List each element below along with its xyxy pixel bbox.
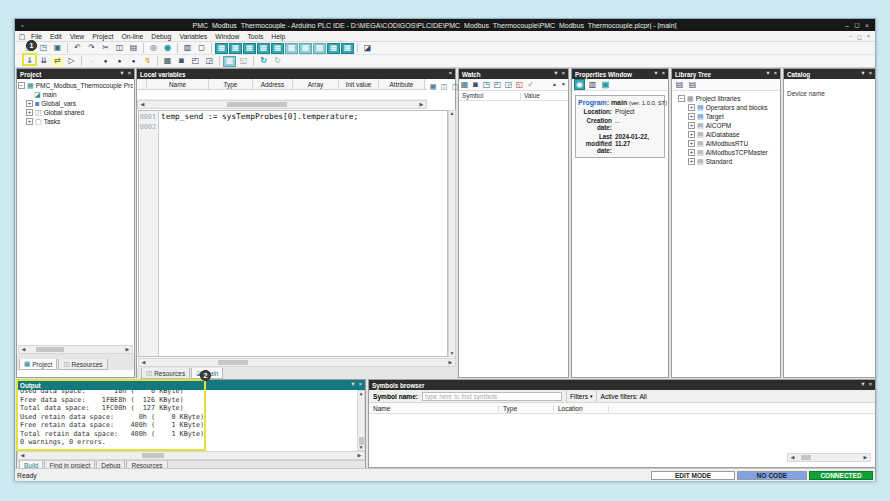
- close-icon[interactable]: ×: [869, 71, 872, 77]
- menu-project[interactable]: Project: [88, 33, 117, 40]
- close-icon[interactable]: ×: [774, 71, 777, 77]
- menu-file[interactable]: File: [27, 33, 46, 40]
- menu-help[interactable]: Help: [267, 33, 289, 40]
- tab-resources[interactable]: ◫ Resources: [58, 359, 107, 370]
- redo-icon[interactable]: ↷: [85, 43, 98, 54]
- scroll-thumb[interactable]: [142, 453, 164, 458]
- scroll-left-icon[interactable]: ◀: [138, 102, 147, 107]
- scroll-right-icon[interactable]: ▶: [446, 360, 455, 365]
- col-address[interactable]: Address: [253, 79, 293, 89]
- print-properties-icon[interactable]: ▥: [587, 79, 598, 90]
- full-screen-icon[interactable]: ◪: [361, 43, 374, 54]
- add-watch-icon[interactable]: ▦: [161, 56, 174, 67]
- add-symbol-icon[interactable]: ◙: [470, 79, 481, 90]
- editor-vscrollbar[interactable]: ▲ ▼: [448, 110, 456, 357]
- toggle-library-window-icon[interactable]: ▦: [229, 43, 242, 54]
- tree-item-root[interactable]: − ▦ PMC_Modbus_Thermocouple Project: [18, 81, 133, 90]
- variables-empty-row[interactable]: [137, 90, 427, 100]
- toggle-output-window-icon[interactable]: ▦: [257, 43, 270, 54]
- trigger-window-icon[interactable]: ◲: [203, 56, 216, 67]
- insert-record-icon[interactable]: ◙: [175, 56, 188, 67]
- scroll-down-icon[interactable]: ▼: [448, 351, 457, 356]
- compile-icon[interactable]: ⇓: [23, 56, 36, 67]
- save-watchlist-icon[interactable]: ◰: [492, 79, 503, 90]
- sort-view-icon[interactable]: ◫: [439, 81, 449, 92]
- expand-icon[interactable]: +: [26, 100, 33, 107]
- print-icon[interactable]: ▥: [181, 43, 194, 54]
- close-icon[interactable]: ×: [449, 71, 452, 77]
- tree-item-aidatabase[interactable]: + ▤ AIDatabase: [674, 130, 778, 139]
- run-icon[interactable]: ●: [99, 56, 112, 67]
- expand-icon[interactable]: +: [688, 140, 695, 147]
- power-icon[interactable]: ↯: [141, 56, 154, 67]
- tree-item-target[interactable]: + ▤ Target: [674, 112, 778, 121]
- undo-icon[interactable]: ↶: [71, 43, 84, 54]
- toggle-operators-window-icon[interactable]: ▦: [327, 43, 340, 54]
- stop-icon[interactable]: ●: [113, 56, 126, 67]
- menu-online[interactable]: On-line: [117, 33, 147, 40]
- grid-view-icon[interactable]: ▦: [428, 81, 438, 92]
- tree-item-standard[interactable]: + ▤ Standard: [674, 157, 778, 166]
- mdi-minimize-button[interactable]: –: [846, 33, 855, 39]
- watch-grid-icon[interactable]: ▦: [459, 79, 470, 90]
- filters-button[interactable]: Filters ▾: [566, 390, 596, 402]
- tree-item-aicopm[interactable]: + ▤ AICOPM: [674, 121, 778, 130]
- scroll-right-icon[interactable]: ▶: [861, 455, 870, 460]
- pin-icon[interactable]: ▼: [553, 71, 558, 77]
- col-array[interactable]: Array: [293, 79, 339, 89]
- paste-icon[interactable]: ▤: [127, 43, 140, 54]
- menu-debug[interactable]: Debug: [147, 33, 175, 40]
- code-editor[interactable]: 0001 0002 temp_send := sysTempProbes[0].…: [138, 110, 448, 357]
- toggle-symbols-window-icon[interactable]: ▦: [299, 43, 312, 54]
- tree-item-project-libraries[interactable]: − ▦ Project libraries: [674, 94, 778, 103]
- mdi-restore-button[interactable]: ◻: [855, 33, 864, 40]
- live-debug-icon[interactable]: ▦: [223, 56, 236, 67]
- tree-item-global-vars[interactable]: + ◙ Global_vars: [18, 99, 133, 108]
- symbols-col-type[interactable]: Type: [499, 405, 554, 412]
- project-hscrollbar[interactable]: ◀ ▶: [18, 345, 133, 354]
- expand-icon[interactable]: +: [688, 104, 695, 111]
- scroll-right-icon[interactable]: ▶: [123, 347, 132, 352]
- col-attribute[interactable]: Attribute: [379, 79, 425, 89]
- menu-view[interactable]: View: [66, 33, 89, 40]
- menu-edit[interactable]: Edit: [46, 33, 66, 40]
- add-library-icon[interactable]: ▤: [674, 79, 685, 90]
- connect-icon[interactable]: ⇄: [51, 56, 64, 67]
- expand-icon[interactable]: +: [688, 113, 695, 120]
- collapse-icon[interactable]: −: [678, 95, 685, 102]
- scroll-thumb[interactable]: [227, 102, 287, 107]
- scroll-thumb[interactable]: [36, 347, 64, 352]
- toggle-project-window-icon[interactable]: ▦: [215, 43, 228, 54]
- toggle-pou-window-icon[interactable]: ▦: [341, 43, 354, 54]
- maximize-button[interactable]: ◻: [852, 21, 862, 29]
- open-project-icon[interactable]: ◳: [37, 43, 50, 54]
- close-icon[interactable]: ×: [869, 382, 872, 388]
- pin-icon[interactable]: ▼: [350, 382, 355, 388]
- tab-project[interactable]: ▦ Project: [19, 359, 57, 370]
- symbols-col-location[interactable]: Location: [554, 405, 609, 412]
- cut-icon[interactable]: ✂: [99, 43, 112, 54]
- tree-item-tasks[interactable]: + ▢ Tasks: [18, 117, 133, 126]
- close-icon[interactable]: ×: [562, 71, 565, 77]
- output-body[interactable]: Used data space: 18h ( 0 KByte) Free dat…: [17, 390, 365, 451]
- menu-variables[interactable]: Variables: [175, 33, 211, 40]
- toggle-catalog-window-icon[interactable]: ▦: [285, 43, 298, 54]
- refresh-icon[interactable]: ↻: [257, 56, 270, 67]
- pin-icon[interactable]: ▼: [653, 71, 658, 77]
- expand-icon[interactable]: +: [688, 122, 695, 129]
- variables-hscrollbar[interactable]: ◀ ▶: [137, 100, 427, 109]
- halt-icon[interactable]: ·: [85, 56, 98, 67]
- validate-icon[interactable]: ✓: [525, 79, 536, 90]
- pin-icon[interactable]: ▼: [860, 71, 865, 77]
- print-preview-icon[interactable]: ◻: [195, 43, 208, 54]
- scroll-left-icon[interactable]: ◀: [788, 455, 797, 460]
- pin-icon[interactable]: ▼: [860, 382, 865, 388]
- scroll-left-icon[interactable]: ◀: [139, 360, 148, 365]
- watch-body[interactable]: [459, 101, 568, 375]
- close-icon[interactable]: ×: [128, 71, 131, 77]
- close-icon[interactable]: ×: [662, 71, 665, 77]
- col-init-value[interactable]: Init value: [339, 79, 379, 89]
- simulation-icon[interactable]: ▷: [65, 56, 78, 67]
- menu-window[interactable]: Window: [211, 33, 243, 40]
- graphic-trigger-icon[interactable]: ◱: [237, 56, 250, 67]
